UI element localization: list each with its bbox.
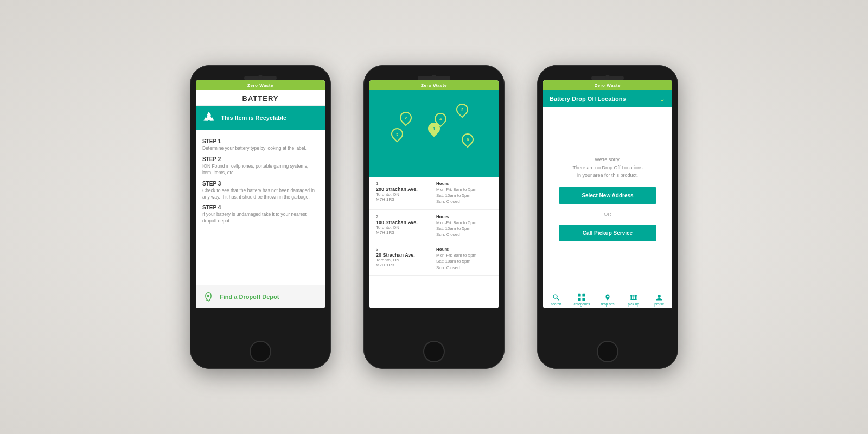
pin-circle-5: 5 <box>388 125 405 142</box>
phone3-nav: search categories drop offs <box>543 290 672 308</box>
svg-point-4 <box>207 295 209 297</box>
step-4-desc: If your battery is undamaged take it to … <box>202 212 318 225</box>
status-bar-text-3: Zero Waste <box>595 83 621 88</box>
camera-2 <box>432 75 436 79</box>
location-item-1: 1. 200 Strachan Ave. Toronto, ON M7H 1R3… <box>369 177 499 210</box>
select-address-button[interactable]: Select New Address <box>559 187 656 204</box>
nav-search-label: search <box>551 302 561 306</box>
pin-circle-4: 4 <box>432 110 449 127</box>
screen-2: Zero Waste 1 2 3 <box>369 80 499 308</box>
status-bar-1: Zero Waste <box>196 80 325 90</box>
nav-search[interactable]: search <box>543 290 569 308</box>
svg-rect-8 <box>583 294 585 297</box>
map-pin-5: 5 <box>391 128 403 140</box>
svg-point-11 <box>607 296 609 298</box>
svg-rect-10 <box>583 298 585 301</box>
loc-right-2: Hours Mon-Fri: 8am to 5pm Sat: 10am to 5… <box>436 214 492 238</box>
nav-pickup[interactable]: pick up <box>621 290 647 308</box>
loc-hours-1: Mon-Fri: 8am to 5pm Sat: 10am to 5pm Sun… <box>436 187 492 205</box>
step-4-title: STEP 4 <box>202 205 318 210</box>
pin-circle-2: 2 <box>397 109 414 126</box>
loc-num-2: 2. <box>376 214 432 219</box>
loc-right-3: Hours Mon-Fri: 8am to 5pm Sat: 10am to 5… <box>436 247 492 271</box>
categories-icon <box>578 293 585 301</box>
nav-categories-label: categories <box>573 302 590 306</box>
loc-num-1: 1. <box>376 181 432 186</box>
loc-city-2: Toronto, ON <box>376 225 432 230</box>
nav-dropoffs[interactable]: drop offs <box>595 290 621 308</box>
step-1-desc: Determine your battery type by looking a… <box>202 145 318 152</box>
step-2-title: STEP 2 <box>202 156 318 162</box>
screen-3: Zero Waste Battery Drop Off Locations ⌄ … <box>543 80 672 308</box>
sorry-text: We're sorry. There are no Drop Off Locat… <box>573 156 643 179</box>
or-divider: OR <box>604 212 611 217</box>
recycle-icon <box>201 110 216 125</box>
svg-rect-9 <box>578 298 581 301</box>
loc-hours-title-1: Hours <box>436 181 492 186</box>
recyclable-text: This Item is Recyclable <box>221 114 286 121</box>
chevron-down-icon: ⌄ <box>659 94 666 103</box>
loc-name-2: 100 Strachan Ave. <box>376 220 432 225</box>
map-pin-4: 4 <box>435 113 446 125</box>
loc-city-3: Toronto, ON <box>376 258 432 263</box>
phone1-footer[interactable]: Find a Dropoff Depot <box>196 285 325 308</box>
loc-postal-2: M7H 1R3 <box>376 230 432 235</box>
status-bar-2: Zero Waste <box>369 80 499 90</box>
map-view: 1 2 3 4 <box>369 90 499 177</box>
phone3-header: Battery Drop Off Locations ⌄ <box>543 90 672 107</box>
loc-name-1: 200 Strachan Ave. <box>376 187 432 192</box>
loc-num-3: 3. <box>376 247 432 252</box>
svg-point-5 <box>553 295 557 298</box>
phone-3: Zero Waste Battery Drop Off Locations ⌄ … <box>537 65 678 369</box>
step-3-desc: Check to see that the battery has not be… <box>202 188 318 201</box>
phone-1: Zero Waste BATTERY This Item is Recyclab… <box>190 65 331 369</box>
search-icon <box>552 293 560 301</box>
loc-city-1: Toronto, ON <box>376 192 432 197</box>
loc-left-3: 3. 20 Strachan Ave. Toronto, ON M7H 1R3 <box>376 247 432 271</box>
phone3-content: We're sorry. There are no Drop Off Locat… <box>543 107 672 290</box>
map-pin-2: 2 <box>400 112 412 124</box>
loc-hours-title-3: Hours <box>436 247 492 252</box>
svg-rect-7 <box>578 294 581 297</box>
step-2-desc: ION Found in cellphones, portable gaming… <box>202 163 318 176</box>
nav-dropoffs-label: drop offs <box>601 302 614 306</box>
call-pickup-button[interactable]: Call Pickup Service <box>559 225 656 241</box>
pin-circle-3: 3 <box>454 101 470 118</box>
status-bar-text-2: Zero Waste <box>421 83 447 88</box>
location-item-3: 3. 20 Strachan Ave. Toronto, ON M7H 1R3 … <box>369 242 499 276</box>
status-bar-text-1: Zero Waste <box>247 83 273 88</box>
nav-categories[interactable]: categories <box>569 290 595 308</box>
map-pin-3: 3 <box>456 104 468 116</box>
nav-profile-label: profile <box>654 302 664 306</box>
loc-postal-3: M7H 1R3 <box>376 263 432 267</box>
steps-list: STEP 1 Determine your battery type by lo… <box>196 130 325 285</box>
phone1-header: BATTERY <box>196 90 325 106</box>
dropoff-text: Find a Dropoff Depot <box>220 293 279 300</box>
step-3-title: STEP 3 <box>202 181 318 187</box>
phone1-title: BATTERY <box>196 94 325 103</box>
loc-hours-title-2: Hours <box>436 214 492 219</box>
locations-list: 1. 200 Strachan Ave. Toronto, ON M7H 1R3… <box>369 177 499 308</box>
pickup-icon <box>630 293 637 301</box>
pin-circle-6: 6 <box>459 131 476 148</box>
loc-name-3: 20 Strachan Ave. <box>376 252 432 258</box>
svg-point-17 <box>658 295 661 298</box>
svg-line-6 <box>557 298 559 300</box>
loc-hours-3: Mon-Fri: 8am to 5pm Sat: 10am to 5pm Sun… <box>436 252 492 271</box>
loc-postal-1: M7H 1R3 <box>376 197 432 202</box>
nav-pickup-label: pick up <box>628 302 639 306</box>
loc-left-1: 1. 200 Strachan Ave. Toronto, ON M7H 1R3 <box>376 181 432 205</box>
screen-1: Zero Waste BATTERY This Item is Recyclab… <box>196 80 325 308</box>
loc-hours-2: Mon-Fri: 8am to 5pm Sat: 10am to 5pm Sun… <box>436 220 492 238</box>
loc-left-2: 2. 100 Strachan Ave. Toronto, ON M7H 1R3 <box>376 214 432 238</box>
camera-3 <box>605 75 610 79</box>
phone-2: Zero Waste 1 2 3 <box>363 65 505 369</box>
nav-profile[interactable]: profile <box>646 290 672 308</box>
loc-right-1: Hours Mon-Fri: 8am to 5pm Sat: 10am to 5… <box>436 181 492 205</box>
camera-1 <box>258 75 263 79</box>
phone3-header-text: Battery Drop Off Locations <box>550 95 626 102</box>
dropoffs-icon <box>604 293 611 301</box>
dropoff-icon <box>202 291 214 303</box>
location-item-2: 2. 100 Strachan Ave. Toronto, ON M7H 1R3… <box>369 210 499 243</box>
recyclable-banner: This Item is Recyclable <box>196 106 325 130</box>
